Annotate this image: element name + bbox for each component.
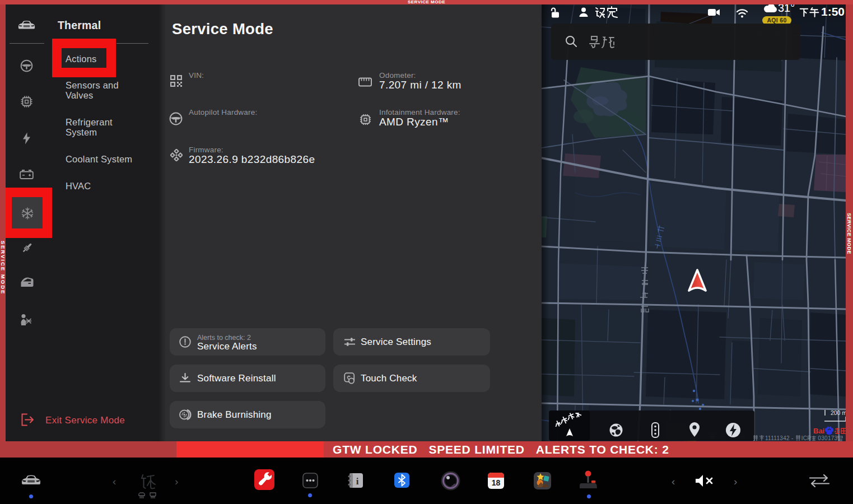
svg-text:i: i	[356, 476, 359, 487]
svg-text:18: 18	[492, 478, 501, 487]
